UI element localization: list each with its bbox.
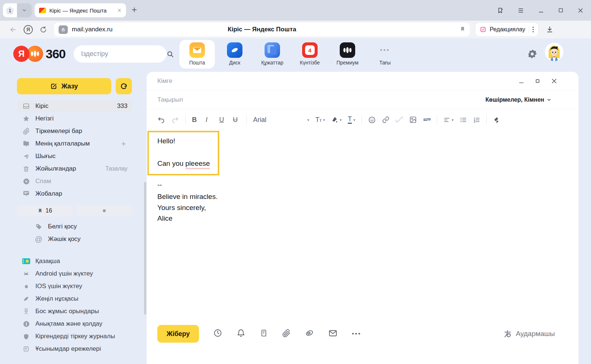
sidebar-item-projects[interactable]: Жобалар [17,188,132,200]
insert-link-button[interactable] [382,116,389,123]
sidebar-item-help[interactable]: Анықтама және қолдау [17,318,132,330]
ssl-lock-badge[interactable] [59,25,68,34]
redo-button[interactable] [171,116,179,124]
lock-icon [61,28,65,32]
browser-tab[interactable]: Кіріс — Яндекс Пошта [35,3,126,17]
tab-group-chevron-button[interactable] [17,3,32,17]
bold-button[interactable]: B [192,116,199,124]
back-button[interactable] [9,26,17,34]
sidebar-item-language[interactable]: Қазақша [17,255,132,267]
sidebar-item-android-app[interactable]: Android үшін жүктеу [17,267,132,280]
bullet-list-button[interactable] [460,116,467,123]
sidebar-item-trash[interactable]: Жойылғандар Тазалау [17,162,132,175]
font-size-select[interactable]: Tт▾ [315,116,325,124]
subject-field[interactable] [157,96,486,104]
yandex-360-logo[interactable]: Я 360 [13,46,66,62]
numbered-list-button[interactable] [473,116,480,123]
sidebar-item-spam[interactable]: Спам [17,175,132,188]
quote-button[interactable]: “” [423,116,430,124]
arrow-left-icon [9,26,17,34]
window-minimize-icon[interactable] [538,7,544,14]
yandex-button[interactable]: Я [24,25,33,34]
sidebar-item-sent[interactable]: Шығыс [17,150,132,162]
service-disk[interactable]: Диск [216,40,253,69]
new-tab-button[interactable] [131,7,137,14]
url-bar[interactable]: mail.yandex.ru Кіріс — Яндекс Пошта [54,22,470,36]
window-maximize-icon[interactable] [558,7,564,13]
strikethrough-button[interactable]: U [233,116,240,124]
calendar-day-badge: 4 [305,45,315,55]
compose-close-icon[interactable] [551,78,557,84]
attach-file-button[interactable] [282,329,291,339]
schedule-send-button[interactable] [213,329,222,339]
dot-pill[interactable] [76,205,132,217]
window-close-icon[interactable] [577,7,584,14]
refresh-button[interactable] [116,78,132,94]
browser-menu-icon[interactable] [517,7,524,14]
tab-group-button[interactable]: 1 [3,3,17,17]
clear-trash-button[interactable]: Тазалау [105,165,127,172]
downloads-button[interactable] [546,26,553,33]
attach-from-mail-button[interactable] [328,329,338,339]
bookmark-icon[interactable] [460,26,465,34]
search-input[interactable] [81,50,167,58]
insert-image-button[interactable] [409,116,417,123]
cc-from-toggle[interactable]: Көшірмелер, Кімнен [486,97,552,103]
clear-formatting-button[interactable] [493,116,500,123]
to-field[interactable] [157,77,518,85]
scrollbar-thumb[interactable] [144,182,146,315]
settings-button[interactable] [527,49,537,60]
message-body[interactable]: Hello! Can you pleeese -- Believe in mir… [147,130,578,224]
add-label-action[interactable]: Белгі қосу [17,220,132,233]
undo-icon [157,116,165,124]
add-folder-button[interactable] [119,141,127,147]
font-family-select[interactable]: Arial ▾ [253,116,309,124]
add-mailbox-action[interactable]: @ Жәшік қосу [17,233,132,245]
underline-button[interactable]: U [219,116,227,124]
emoji-button[interactable] [368,116,376,124]
service-documents[interactable]: Құжаттар [253,40,291,69]
service-calendar[interactable]: 4 Күнтізбе [291,40,329,69]
templates-button[interactable] [260,329,268,339]
sidebar-item-recommendation-rules[interactable]: Ұсынымдар ережелері [17,343,132,355]
disk-service-icon [227,42,242,58]
sidebar-item-my-folders[interactable]: Менің қалталарым [17,137,132,150]
compose-minimize-icon[interactable] [518,78,524,84]
sidebar-item-ios-app[interactable]: IOS үшін жүктеу [17,280,132,293]
bookmarks-pill[interactable]: 16 [17,205,73,217]
translator-button[interactable]: Аудармашы [503,329,555,338]
service-mail[interactable]: Пошта [179,40,215,69]
tab-group-control[interactable]: 1 [3,3,32,17]
edit-more-button[interactable] [532,27,534,32]
image-icon [409,116,417,123]
sidebar-item-primary[interactable]: Негізгі [17,112,132,125]
reminder-button[interactable] [237,329,245,339]
highlight-color-select[interactable]: ▾ [331,116,342,123]
sparkle-pencil-icon [480,26,486,33]
compose-button[interactable]: Жазу [17,78,111,94]
remove-link-button[interactable] [396,116,403,123]
reload-button[interactable] [39,26,47,34]
tab-close-icon[interactable] [117,8,122,13]
service-premium[interactable]: Премиум [329,40,366,69]
user-avatar[interactable] [545,43,563,61]
sidebar-item-light-version[interactable]: Жеңіл нұсқасы [17,293,132,305]
more-options-button[interactable]: ••• [352,330,361,337]
panel-bookmark-icon[interactable] [497,7,504,14]
sidebar-item-login-journal[interactable]: Кіргендерді тіркеу журналы [17,330,132,343]
sidebar-item-inbox[interactable]: Кіріс 333 [17,100,132,112]
search-box[interactable] [74,45,167,63]
service-more[interactable]: ••• Тағы [366,40,404,69]
search-icon[interactable] [167,50,174,58]
undo-button[interactable] [157,116,165,124]
edit-page-button[interactable]: Редакциялау [475,22,539,37]
italic-button[interactable]: I [206,116,213,124]
compose-expand-icon[interactable] [535,79,540,83]
at-icon: @ [35,235,43,244]
attach-from-disk-button[interactable] [305,329,314,339]
sidebar-item-vacancies[interactable]: Бос жұмыс орындары [17,305,132,318]
align-select[interactable]: ▾ [443,116,454,123]
text-color-select[interactable]: T▾ [348,116,355,124]
send-button[interactable]: Жіберу [157,325,199,343]
sidebar-item-with-attachments[interactable]: Тіркемелері бар [17,125,132,137]
